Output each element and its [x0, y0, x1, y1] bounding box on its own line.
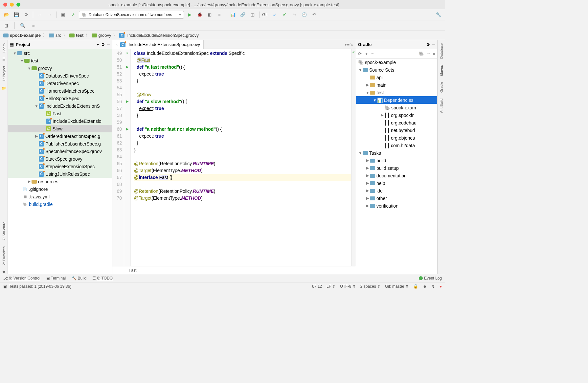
crumb-test[interactable]: test〉	[69, 33, 90, 38]
build-button[interactable]: 🔨 Build	[72, 276, 86, 281]
back-icon[interactable]: ←	[36, 11, 44, 19]
gear-icon[interactable]: ⚙	[101, 42, 105, 47]
refresh-icon[interactable]: ⟳	[22, 11, 30, 19]
gradle-tree[interactable]: 🐘 spock-example ▼Source Sets api ▶main ▼…	[356, 58, 437, 274]
more-icon[interactable]: »	[433, 51, 435, 56]
error-icon[interactable]: ●	[440, 284, 442, 289]
main-toolbar: 📂 💾 ⟳ ← → ▣ ↗ 🐘 DatabaseDrivenSpec.maxim…	[0, 9, 445, 20]
git-branch[interactable]: Git: master ⇕	[385, 284, 409, 289]
search-icon[interactable]: 🔍	[19, 22, 27, 30]
structure-icon[interactable]: ⎄	[30, 22, 38, 30]
forward-icon[interactable]: →	[46, 11, 54, 19]
toggle-view-icon[interactable]: ◨	[3, 22, 11, 30]
encoding[interactable]: UTF-8 ⇕	[340, 284, 355, 289]
crumb-src[interactable]: src〉	[49, 33, 68, 38]
todo-button[interactable]: ☰ 6: TODO	[92, 276, 113, 281]
close-tab-icon[interactable]: ×	[116, 42, 118, 47]
run-config-dropdown[interactable]: 🐘 DatabaseDrivenSpec.maximum of two numb…	[79, 11, 184, 19]
collapse-icon[interactable]: ─	[107, 42, 110, 47]
select-target-icon[interactable]: ▣	[59, 11, 67, 19]
tab-maven[interactable]: Maven	[439, 63, 444, 77]
gradle-panel-title: Gradle	[358, 42, 424, 47]
window-title: spock-example [~/Desktop/spock-example] …	[24, 2, 423, 7]
vcs-clock-icon[interactable]: 🕘	[300, 11, 308, 19]
indent[interactable]: 2 spaces ⇕	[360, 284, 380, 289]
status-left-icon[interactable]: ▣	[3, 284, 7, 289]
collapse-icon[interactable]: ─	[432, 42, 435, 47]
vcs-commit-icon[interactable]: ✔	[281, 11, 288, 19]
analysis-ok-icon: ✔	[352, 50, 355, 54]
modules-icon[interactable]: ◫	[249, 11, 257, 19]
coverage-icon[interactable]: ◧	[206, 11, 214, 19]
crumb-project[interactable]: spock-example〉	[3, 33, 48, 38]
stop-icon[interactable]: ■	[215, 11, 223, 19]
project-view-icon: ▦	[10, 42, 14, 47]
debug-icon[interactable]: 🐞	[196, 11, 204, 19]
git-label: Git:	[262, 12, 269, 17]
tab-favorites[interactable]: 2: Favorites	[1, 245, 7, 266]
maximize-window[interactable]	[16, 3, 20, 7]
settings-icon[interactable]: 🔧	[435, 11, 442, 19]
chevron-down-icon: ▾	[179, 12, 181, 17]
elephant-icon[interactable]: 🐘	[419, 51, 424, 56]
refresh-icon[interactable]: ⟳	[358, 51, 362, 56]
event-log-button[interactable]: Event Log	[424, 276, 442, 281]
profiler-icon[interactable]: 📊	[229, 11, 237, 19]
attach-icon[interactable]: 🔗	[239, 11, 247, 19]
inspector-icon[interactable]: ☻	[423, 284, 427, 289]
crumb-groovy[interactable]: groovy〉	[92, 33, 118, 38]
elephant-icon: 🐘	[82, 12, 87, 17]
lock-icon[interactable]: 🔓	[413, 284, 418, 289]
open-icon[interactable]: 📂	[3, 11, 11, 19]
tab-database[interactable]: Database	[439, 42, 444, 60]
add-icon[interactable]: ＋	[364, 51, 369, 57]
chevron-down-icon[interactable]: ▾	[97, 42, 99, 47]
save-icon[interactable]: 💾	[12, 11, 20, 19]
gear-icon[interactable]: ⚙	[426, 42, 430, 47]
terminal-button[interactable]: ▣ Terminal	[46, 276, 66, 281]
editor-tab[interactable]: × IncludeExcludeExtensionSpec.groovy	[112, 40, 204, 49]
minimize-window[interactable]	[10, 3, 14, 7]
editor-tab-label: IncludeExcludeExtensionSpec.groovy	[129, 42, 200, 47]
split-icon[interactable]: ▾≡↘	[345, 42, 353, 47]
status-message: Tests passed: 1 (2019-03-06 19:36)	[9, 284, 71, 289]
close-window[interactable]	[3, 3, 7, 7]
project-tree[interactable]: ▼src ▼test ▼groovy DatabaseDrivenSpec Da…	[8, 49, 112, 274]
tab-ant[interactable]: Ant Build	[439, 97, 444, 114]
tab-project[interactable]: 1: Project	[1, 65, 7, 82]
caret-position[interactable]: 67:12	[312, 284, 322, 289]
notif-icon[interactable]: ↯	[432, 284, 435, 289]
vc-button[interactable]: ⎇ 9: Version Control	[3, 276, 40, 281]
vcs-history-icon[interactable]: ↪	[290, 11, 298, 19]
vcs-revert-icon[interactable]: ↶	[310, 11, 318, 19]
run-icon[interactable]: ▶	[186, 11, 194, 19]
expand-icon[interactable]: ⇥	[427, 51, 430, 56]
build-icon[interactable]: ↗	[69, 11, 77, 19]
tab-gradle[interactable]: Gradle	[439, 80, 444, 94]
file-crumb: Fast	[112, 266, 356, 274]
run-config-label: DatabaseDrivenSpec.maximum of two number…	[89, 12, 172, 17]
tab-learn[interactable]: Learn	[1, 42, 7, 54]
code-editor[interactable]: 4950515253545556575859606162636465666768…	[112, 49, 356, 266]
vcs-update-icon[interactable]: ↙	[271, 11, 279, 19]
tab-structure[interactable]: 7: Structure	[1, 220, 7, 242]
remove-icon[interactable]: −	[371, 51, 374, 56]
line-ending[interactable]: LF ⇕	[327, 284, 335, 289]
crumb-file[interactable]: IncludeExcludeExtensionSpec.groovy	[119, 33, 199, 38]
breadcrumbs: spock-example〉 src〉 test〉 groovy〉 Includ…	[0, 31, 445, 40]
project-panel-title: Project	[16, 42, 95, 47]
